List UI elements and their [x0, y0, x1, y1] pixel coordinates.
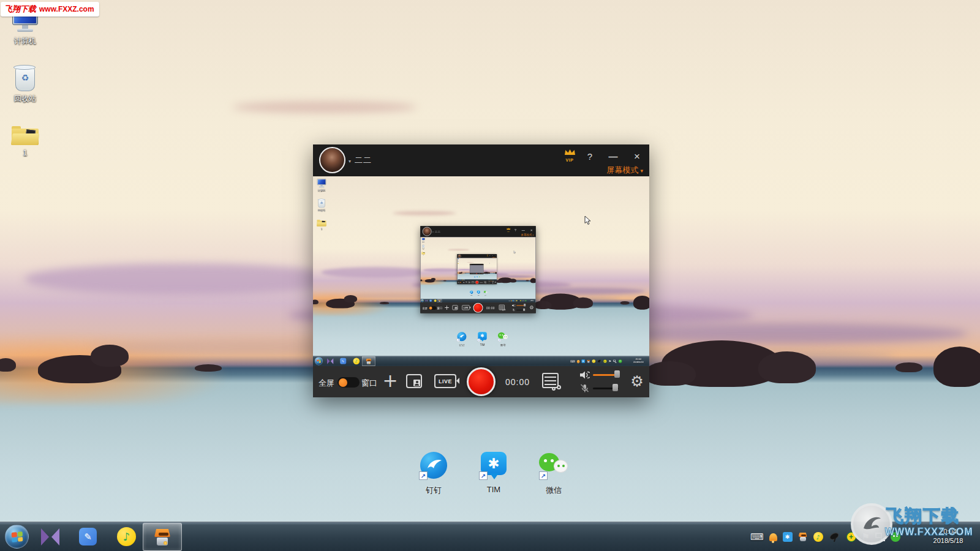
live-button[interactable]: LIVE [434, 374, 456, 388]
vip-button[interactable]: VIP [505, 227, 511, 232]
record-button[interactable] [467, 367, 496, 396]
fullscreen-window-toggle[interactable] [429, 306, 436, 310]
shortcut-dingtalk[interactable]: ↗ 钉钉 [454, 332, 469, 347]
user-avatar[interactable] [458, 255, 461, 258]
user-avatar[interactable] [319, 147, 345, 173]
taskbar-recorder-button-active[interactable] [362, 356, 375, 366]
fullscreen-window-toggle[interactable] [337, 377, 360, 388]
desktop-icon-recycle-bin[interactable]: ♻ 回收站 [5, 65, 45, 104]
screen-mode-dropdown[interactable]: 屏幕模式▾ [521, 233, 533, 237]
shortcut-dingtalk[interactable]: ↗ 钉钉 [413, 452, 454, 496]
camera-overlay-button[interactable] [406, 374, 422, 388]
taskbar-notes-icon[interactable]: ✎ [79, 528, 97, 545]
desktop-icon-folder[interactable]: 1 [458, 263, 459, 264]
desktop-icon-recycle-bin[interactable]: ♻ 回收站 [421, 245, 426, 250]
shortcut-wechat[interactable]: ↗ 微信 [483, 291, 488, 296]
shortcut-dingtalk[interactable]: ↗ 钉钉 [469, 291, 474, 296]
shortcut-tim[interactable]: ✱ ↗ TIM [476, 291, 481, 296]
settings-gear-icon[interactable]: ⚙ [629, 373, 645, 390]
close-button[interactable]: × [630, 150, 644, 163]
wechat-tray-icon[interactable] [619, 359, 622, 363]
shortcut-wechat[interactable]: ↗ 微信 [533, 452, 575, 496]
record-button[interactable] [475, 280, 479, 284]
vip-button[interactable]: VIP [561, 148, 578, 162]
satellite-tray-icon[interactable] [518, 300, 519, 301]
help-button[interactable]: ? [582, 150, 597, 163]
taskbar-qq-music-icon[interactable]: ♪ [434, 299, 437, 302]
desktop-icon-computer[interactable]: 计算机 [458, 258, 459, 260]
camera-overlay-button[interactable] [468, 282, 470, 283]
live-button[interactable]: LIVE [472, 282, 474, 283]
network-tray-icon[interactable] [613, 360, 616, 363]
network-tray-icon[interactable] [524, 300, 525, 301]
qq-music-tray-icon[interactable]: ♪ [592, 359, 595, 363]
add-button[interactable]: + [382, 369, 399, 393]
bell-tray-icon[interactable] [511, 300, 512, 301]
mic-volume-slider[interactable] [492, 283, 493, 283]
keyboard-tray-icon[interactable]: ⌨ [570, 359, 575, 363]
bell-tray-icon[interactable] [769, 533, 777, 541]
satellite-tray-icon[interactable] [829, 532, 841, 542]
video-files-button[interactable] [499, 305, 505, 310]
tim-tray-icon[interactable]: ✱ [581, 359, 584, 363]
camera-overlay-button[interactable] [452, 305, 458, 310]
desktop-icon-recycle-bin[interactable]: ♻ 回收站 [458, 261, 459, 263]
desktop-icon-folder[interactable]: 1 [315, 219, 329, 231]
speaker-volume-slider[interactable] [614, 370, 620, 378]
shortcut-dingtalk[interactable]: ↗ 钉钉 [474, 276, 476, 278]
speaker-volume-slider[interactable] [524, 304, 526, 306]
shortcut-wechat[interactable]: ↗ 微信 [479, 276, 481, 278]
minimize-button[interactable]: — [606, 150, 620, 163]
tim-tray-icon[interactable]: ✱ [513, 300, 514, 301]
add-button[interactable]: + [466, 281, 467, 284]
settings-gear-icon[interactable]: ⚙ [529, 305, 534, 311]
bell-tray-icon[interactable] [577, 360, 579, 362]
settings-gear-icon[interactable]: ⚙ [494, 281, 496, 283]
help-button[interactable]: ? [513, 228, 518, 233]
settings-gear-icon[interactable]: ⚙ [483, 273, 483, 274]
user-avatar[interactable] [423, 227, 432, 236]
shortcut-tim[interactable]: ✱ ↗ TIM [475, 332, 489, 347]
taskbar-notes-icon[interactable]: ✎ [430, 299, 432, 301]
taskbar-recorder-button-active[interactable] [143, 523, 182, 551]
qq-music-tray-icon[interactable]: ♪ [813, 532, 823, 542]
screen-mode-dropdown[interactable]: 屏幕模式▾ [606, 165, 643, 176]
wechat-tray-icon[interactable] [525, 300, 526, 301]
desktop-icon-computer[interactable]: 计算机 [315, 179, 329, 192]
close-button[interactable]: × [529, 228, 534, 233]
flag-tray-icon[interactable]: ⚑ [522, 300, 523, 301]
mic-volume-slider[interactable] [612, 384, 618, 391]
video-files-button[interactable] [479, 273, 480, 274]
desktop-icon-computer[interactable]: 计算机 [421, 238, 426, 243]
keyboard-tray-icon[interactable]: ⌨ [750, 531, 764, 542]
recorder-tray-icon[interactable] [587, 359, 590, 363]
safety-coin-tray-icon[interactable]: + [520, 300, 521, 301]
minimize-button[interactable]: — [521, 228, 526, 233]
keyboard-tray-icon[interactable]: ⌨ [509, 300, 511, 301]
start-button[interactable] [421, 299, 424, 302]
taskbar-kmplayer-icon[interactable] [425, 299, 428, 302]
taskbar-kmplayer-icon[interactable] [327, 358, 334, 364]
shortcut-wechat[interactable]: ↗ 微信 [496, 332, 510, 347]
live-button[interactable]: LIVE [462, 305, 469, 310]
start-button[interactable] [315, 357, 323, 365]
taskbar-qq-music-icon[interactable]: ♪ [353, 358, 360, 365]
shortcut-tim[interactable]: ✱ ↗ TIM [473, 452, 514, 496]
flag-tray-icon[interactable]: ⚑ [609, 359, 612, 363]
mic-volume-slider[interactable] [523, 309, 525, 311]
video-files-button[interactable] [484, 281, 486, 283]
desktop-icon-folder[interactable]: 1 [5, 122, 45, 157]
qq-music-tray-icon[interactable]: ♪ [516, 300, 518, 301]
recorder-tray-icon[interactable] [514, 300, 516, 301]
video-files-button[interactable] [542, 373, 559, 388]
recorder-tray-icon[interactable] [798, 532, 808, 542]
shortcut-tim[interactable]: ✱ ↗ TIM [477, 276, 478, 278]
taskbar-kmplayer-icon[interactable] [40, 528, 60, 546]
help-button[interactable]: ? [489, 255, 491, 257]
taskbar-clock[interactable]: 20:04 2018/5/18 [529, 299, 535, 302]
taskbar-notes-icon[interactable]: ✎ [340, 358, 346, 364]
chevron-down-icon[interactable]: ▾ [432, 231, 433, 233]
desktop-icon-folder[interactable]: 1 [421, 252, 426, 256]
chevron-down-icon[interactable]: ▾ [349, 159, 351, 164]
satellite-tray-icon[interactable] [597, 359, 601, 363]
